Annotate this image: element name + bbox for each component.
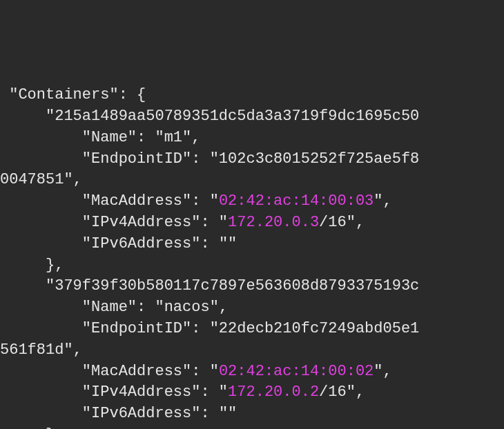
container1-name-line: "Name": "m1", xyxy=(0,129,200,146)
container2-name-line: "Name": "nacos", xyxy=(0,299,228,316)
container2-close: } xyxy=(0,426,55,429)
container1-endpoint-cont: 0047851", xyxy=(0,171,82,188)
container2-endpoint-cont: 561f81d", xyxy=(0,341,82,359)
container2-ipv4-value: 172.20.0.2 xyxy=(228,383,319,401)
json-code-block: "Containers": { "215a1489aa50789351dc5da… xyxy=(0,85,504,429)
container1-close: }, xyxy=(0,257,64,274)
container1-mac-value: 02:42:ac:14:00:03 xyxy=(219,192,374,210)
container2-ipv4-line: "IPv4Address": "172.20.0.2/16", xyxy=(0,383,365,401)
container1-ipv6-line: "IPv6Address": "" xyxy=(0,235,237,252)
container2-id: "379f39f30b580117c7897e563608d8793375193… xyxy=(0,277,419,295)
container2-ipv6-line: "IPv6Address": "" xyxy=(0,405,237,422)
containers-key: "Containers": { xyxy=(0,86,146,103)
container1-ipv4-value: 172.20.0.3 xyxy=(228,214,319,231)
container1-mac-line: "MacAddress": "02:42:ac:14:00:03", xyxy=(0,192,392,210)
container2-mac-line: "MacAddress": "02:42:ac:14:00:02", xyxy=(0,363,392,380)
container1-id: "215a1489aa50789351dc5da3a3719f9dc1695c5… xyxy=(0,108,419,125)
container2-mac-value: 02:42:ac:14:00:02 xyxy=(219,363,374,380)
container1-ipv4-line: "IPv4Address": "172.20.0.3/16", xyxy=(0,214,365,231)
container1-endpoint-line: "EndpointID": "102c3c8015252f725ae5f8 xyxy=(0,150,419,168)
container2-endpoint-line: "EndpointID": "22decb210fc7249abd05e1 xyxy=(0,320,419,337)
